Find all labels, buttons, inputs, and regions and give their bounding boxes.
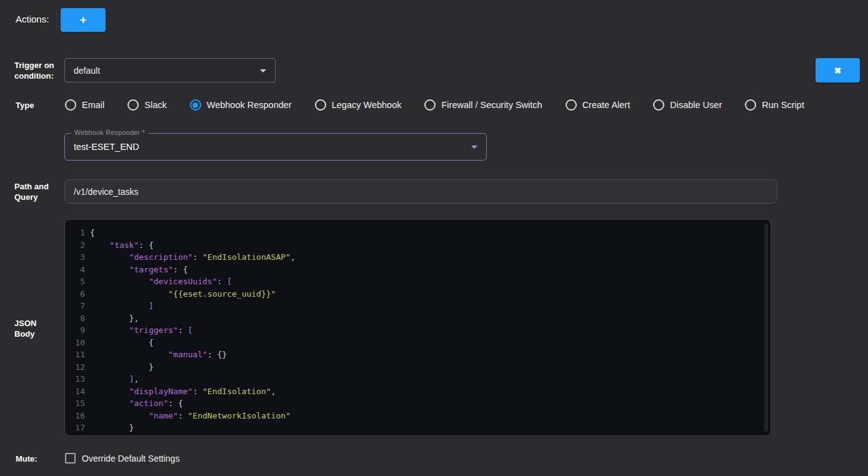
code-lines: 1{2 "task": {3 "description": "EndIsolat…	[65, 227, 771, 436]
line-number: 18	[65, 434, 90, 437]
add-action-button[interactable]: +	[61, 8, 106, 32]
editor-scrollbar[interactable]	[764, 224, 768, 432]
type-option-label: Webhook Responder	[207, 100, 292, 110]
line-number: 17	[65, 422, 90, 434]
trigger-condition-value: default	[74, 66, 100, 76]
webhook-responder-floating-label: Webhook Responder *	[71, 129, 148, 136]
actions-label: Actions:	[16, 14, 49, 24]
remove-action-button[interactable]: ✖	[816, 58, 860, 82]
type-option-run-script[interactable]: Run Script	[745, 99, 804, 111]
json-body-label: JSON Body	[14, 318, 58, 339]
type-option-label: Create Alert	[582, 100, 631, 110]
action-config-panel: Actions: + Trigger on condition: default…	[0, 0, 868, 476]
line-number: 6	[65, 288, 90, 300]
code-line: 1{	[65, 227, 771, 239]
code-line: 14 "displayName": "EndIsolation",	[65, 385, 771, 398]
path-query-input[interactable]: /v1/device_tasks	[64, 179, 777, 204]
code-line: 12 }	[65, 361, 771, 374]
override-default-settings-checkbox[interactable]	[65, 453, 76, 464]
radio-icon[interactable]	[190, 99, 201, 111]
type-option-firewall-security-switch[interactable]: Firewall / Security Switch	[424, 99, 542, 111]
chevron-down-icon	[471, 146, 477, 149]
type-option-label: Slack	[144, 100, 166, 110]
line-number: 1	[65, 227, 90, 239]
type-option-label: Firewall / Security Switch	[441, 100, 542, 110]
path-query-value: /v1/device_tasks	[74, 187, 139, 197]
code-line: 10 {	[65, 337, 771, 349]
type-option-label: Run Script	[762, 100, 804, 110]
radio-icon[interactable]	[745, 99, 756, 111]
plus-icon: +	[79, 13, 86, 27]
line-number: 7	[65, 300, 90, 312]
webhook-responder-select[interactable]: Webhook Responder * test-ESET_END	[64, 133, 487, 161]
code-line: 17 }	[65, 422, 771, 434]
code-line: 11 "manual": {}	[65, 349, 771, 361]
radio-icon[interactable]	[424, 99, 436, 111]
type-option-email[interactable]: Email	[65, 99, 104, 111]
override-default-settings-label: Override Default Settings	[82, 454, 179, 464]
json-body-editor[interactable]: 1{2 "task": {3 "description": "EndIsolat…	[64, 219, 771, 436]
radio-icon[interactable]	[127, 99, 139, 111]
line-number: 5	[65, 275, 90, 288]
line-number: 12	[65, 361, 90, 374]
line-number: 15	[65, 397, 90, 410]
code-line: 15 "action": {	[65, 397, 771, 410]
line-number: 2	[65, 239, 90, 252]
type-option-label: Disable User	[670, 100, 722, 110]
line-number: 16	[65, 410, 90, 422]
code-line: 7 ]	[65, 300, 771, 312]
code-line: 9 "triggers": [	[65, 324, 771, 337]
code-line: 13 ],	[65, 373, 771, 385]
type-option-legacy-webhook[interactable]: Legacy Webhook	[315, 99, 402, 111]
type-option-disable-user[interactable]: Disable User	[653, 99, 722, 111]
line-number: 9	[65, 324, 90, 337]
code-line: 5 "devicesUuids": [	[65, 275, 771, 288]
trigger-condition-label: Trigger on condition:	[14, 60, 58, 81]
webhook-responder-value: test-ESET_END	[74, 142, 139, 152]
type-option-slack[interactable]: Slack	[127, 99, 166, 111]
line-number: 3	[65, 251, 90, 264]
code-line: 8 },	[65, 312, 771, 325]
type-option-webhook-responder[interactable]: Webhook Responder	[190, 99, 292, 111]
code-line: 6 "{{eset.source_uuid}}"	[65, 288, 771, 300]
type-option-label: Email	[82, 100, 104, 110]
trigger-condition-select[interactable]: default	[64, 58, 276, 82]
code-line: 16 "name": "EndNetworkIsolation"	[65, 410, 771, 422]
type-label: Type	[16, 100, 59, 111]
radio-icon[interactable]	[315, 99, 326, 111]
line-number: 11	[65, 349, 90, 361]
radio-icon[interactable]	[566, 99, 577, 111]
line-number: 13	[65, 373, 90, 385]
line-number: 4	[65, 264, 90, 276]
code-line: 18 }	[65, 434, 771, 437]
chevron-down-icon	[260, 69, 266, 72]
close-icon: ✖	[834, 66, 842, 76]
code-line: 4 "targets": {	[65, 264, 771, 276]
radio-icon[interactable]	[65, 99, 76, 111]
line-number: 14	[65, 385, 90, 398]
line-number: 8	[65, 312, 90, 325]
type-options: EmailSlackWebhook ResponderLegacy Webhoo…	[65, 97, 804, 113]
code-line: 2 "task": {	[65, 239, 771, 252]
type-option-label: Legacy Webhook	[332, 100, 402, 110]
line-number: 10	[65, 337, 90, 349]
radio-icon[interactable]	[653, 99, 664, 111]
path-query-label: Path and Query	[14, 181, 58, 202]
code-line: 3 "description": "EndIsolationASAP",	[65, 251, 771, 264]
type-option-create-alert[interactable]: Create Alert	[566, 99, 631, 111]
mute-label: Mute:	[16, 454, 59, 464]
